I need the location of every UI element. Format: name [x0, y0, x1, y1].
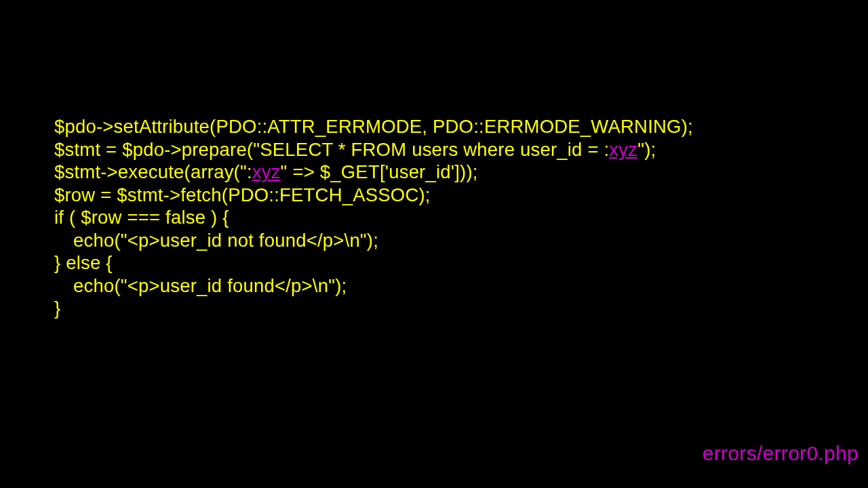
filename-footer: errors/error0.php	[703, 442, 859, 465]
code-text: echo("<p>user_id not found</p>\n");	[73, 230, 378, 251]
code-line: if ( $row === false ) {	[54, 206, 693, 229]
code-line: echo("<p>user_id not found</p>\n");	[54, 229, 693, 252]
code-line: } else {	[54, 251, 693, 274]
code-line: $row = $stmt->fetch(PDO::FETCH_ASSOC);	[54, 184, 693, 207]
code-line: $stmt = $pdo->prepare("SELECT * FROM use…	[54, 138, 693, 161]
code-line: $pdo->setAttribute(PDO::ATTR_ERRMODE, PD…	[54, 115, 693, 138]
code-text: $stmt = $pdo->prepare("SELECT * FROM use…	[54, 139, 609, 160]
code-line: $stmt->execute(array(":xyz" => $_GET['us…	[54, 161, 693, 184]
code-line: }	[54, 297, 693, 320]
code-text: echo("<p>user_id found</p>\n");	[73, 275, 347, 296]
placeholder-text: xyz	[252, 161, 281, 182]
code-block: $pdo->setAttribute(PDO::ATTR_ERRMODE, PD…	[54, 115, 693, 320]
code-line: echo("<p>user_id found</p>\n");	[54, 274, 693, 298]
placeholder-text: xyz	[609, 139, 637, 160]
code-text: ");	[637, 139, 656, 160]
code-text: " => $_GET['user_id']));	[281, 161, 478, 182]
code-text: $stmt->execute(array(":	[54, 161, 252, 182]
